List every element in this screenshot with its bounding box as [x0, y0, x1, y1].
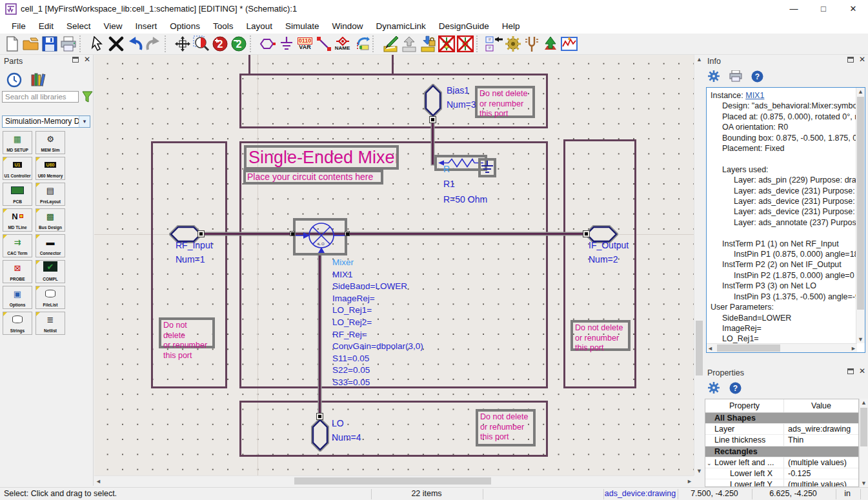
part-strings[interactable]: Strings — [3, 312, 32, 335]
deactivate-component-icon[interactable] — [437, 35, 456, 54]
properties-vscrollbar[interactable]: ▲ ▼ — [859, 399, 868, 487]
expander-icon[interactable]: ⌄ — [707, 458, 714, 468]
part-compl[interactable]: ✔COMPL — [35, 260, 65, 283]
scroll-right-icon[interactable]: ► — [687, 478, 692, 485]
save-icon[interactable] — [40, 35, 59, 54]
tune-icon[interactable] — [522, 35, 541, 54]
lo-pin[interactable] — [316, 413, 323, 420]
deactivate-part-icon[interactable] — [399, 35, 418, 54]
print-icon[interactable] — [59, 35, 77, 54]
hscroll-thumb[interactable] — [294, 477, 491, 485]
push-pop-hierarchy-icon[interactable] — [485, 35, 503, 54]
insert-net-name-icon[interactable]: NAME — [333, 35, 352, 54]
menu-simulate[interactable]: Simulate — [279, 19, 326, 33]
canvas-hscrollbar[interactable]: ◄ ► — [94, 475, 694, 486]
data-display-icon[interactable] — [560, 35, 578, 54]
if-pin[interactable] — [583, 230, 590, 237]
info-vscrollbar[interactable]: ▲ ▼ — [856, 88, 865, 343]
info-content[interactable]: Instance: MIX1 Design: "ads_behavioral:M… — [706, 87, 865, 353]
undo-icon[interactable] — [125, 35, 144, 54]
property-row[interactable]: Lower left Y(multiple values) — [705, 479, 858, 487]
insert-var-icon[interactable]: 0110 VAR — [296, 35, 314, 54]
scroll-down-icon[interactable]: ▼ — [860, 480, 868, 486]
warning-text-left[interactable]: Do not deleteor renumberthis port — [159, 317, 215, 348]
property-row[interactable]: Lower left X-0.125 — [705, 468, 858, 479]
simulation-settings-gear-icon[interactable] — [503, 35, 522, 54]
redo-icon[interactable] — [144, 35, 163, 54]
delete-icon[interactable] — [106, 35, 125, 54]
info-hscrollbar[interactable]: ◄ ► — [707, 343, 857, 352]
port-bias1[interactable] — [424, 84, 442, 117]
menu-view[interactable]: View — [97, 19, 129, 33]
scroll-left-icon[interactable]: ◄ — [707, 345, 713, 352]
menu-help[interactable]: Help — [496, 19, 527, 33]
scroll-up-icon[interactable]: ▲ — [856, 88, 865, 95]
part-mem-sim[interactable]: ⚙MEM Sim — [35, 131, 65, 154]
info-vscroll-thumb[interactable] — [857, 97, 864, 310]
insert-wire-icon[interactable] — [314, 35, 333, 54]
insert-ground-icon[interactable] — [277, 35, 296, 54]
part-connector[interactable]: ▬Connector — [35, 234, 65, 257]
recent-parts-clock-icon[interactable] — [6, 72, 22, 88]
minimize-button[interactable]: — — [779, 0, 809, 18]
bias-pin[interactable] — [429, 116, 436, 123]
menu-designguide[interactable]: DesignGuide — [432, 19, 496, 33]
warning-text-right[interactable]: Do not deleteor renumberthis port — [570, 320, 631, 351]
warning-text-top[interactable]: Do not deleteor renumberthis port — [475, 86, 535, 118]
instance-link[interactable]: MIX1 — [745, 91, 764, 100]
scroll-down-icon[interactable]: ▼ — [856, 336, 865, 343]
status-current-layer[interactable]: ads_device:drawing — [603, 489, 677, 498]
menu-insert[interactable]: Insert — [129, 19, 164, 33]
scroll-left-icon[interactable]: ◄ — [96, 478, 101, 485]
part-options[interactable]: ▣Options — [3, 286, 32, 309]
float-panel-icon[interactable] — [72, 57, 79, 63]
info-settings-gear-icon[interactable] — [707, 70, 720, 83]
part-pcb[interactable]: PCB — [3, 183, 32, 206]
schematic-title-text[interactable]: Single-Ended Mixer — [244, 145, 399, 170]
scroll-up-icon[interactable]: ▲ — [694, 56, 704, 63]
part-cac-term[interactable]: ⇉CAC Term — [3, 234, 32, 257]
close-panel-icon[interactable]: ✕ — [859, 57, 865, 63]
property-row[interactable]: Line thicknessThin — [705, 435, 858, 446]
maximize-button[interactable]: □ — [809, 0, 838, 18]
deactivate-short-icon[interactable] — [456, 35, 474, 54]
menu-window[interactable]: Window — [325, 19, 369, 33]
scroll-down-icon[interactable]: ▼ — [694, 468, 704, 474]
print-info-icon[interactable] — [729, 70, 742, 82]
library-browser-icon[interactable] — [30, 72, 46, 88]
menu-file[interactable]: File — [5, 19, 32, 33]
part-netlist[interactable]: ≣Netlist — [35, 312, 65, 335]
property-row[interactable]: Layerads_wire:drawing — [705, 424, 858, 435]
close-panel-icon[interactable]: ✕ — [859, 368, 865, 374]
new-file-icon[interactable] — [3, 35, 21, 54]
deactivate-lock-icon[interactable] — [418, 35, 437, 54]
help-icon[interactable]: ? — [729, 382, 742, 394]
part-bus-design[interactable]: ▩Bus Design — [35, 208, 65, 232]
menu-select[interactable]: Select — [60, 19, 97, 33]
part-u1-controller[interactable]: U1U1 Controller — [3, 157, 32, 180]
menu-edit[interactable]: Edit — [32, 19, 60, 33]
activate-part-icon[interactable] — [381, 35, 399, 54]
properties-settings-gear-icon[interactable] — [707, 381, 720, 394]
open-folder-icon[interactable] — [21, 35, 40, 54]
insert-pin-icon[interactable] — [258, 35, 277, 54]
rf-to-if-wire[interactable] — [201, 233, 587, 235]
float-panel-icon[interactable] — [847, 57, 854, 63]
scroll-up-icon[interactable]: ▲ — [860, 399, 868, 406]
close-panel-icon[interactable]: ✕ — [84, 57, 90, 63]
palette-select[interactable]: Simulation-Memory D ▾ — [2, 115, 90, 128]
canvas-vscrollbar[interactable]: ▲ ▼ — [694, 55, 703, 475]
pan-view-icon[interactable] — [173, 35, 192, 54]
zoom-in-icon[interactable]: 2 — [210, 35, 229, 54]
info-hscroll-thumb[interactable] — [717, 345, 780, 352]
schematic-canvas[interactable]: Bias1Num=3 Do not deleteor renumberthis … — [94, 55, 694, 475]
menu-layout[interactable]: Layout — [239, 19, 279, 33]
lo-wire[interactable] — [319, 254, 321, 417]
zoom-area-icon[interactable] — [192, 35, 210, 54]
property-row[interactable]: ⌄Lower left and ...(multiple values) — [705, 457, 858, 468]
part-prelayout[interactable]: ▤PreLayout — [35, 183, 65, 206]
menu-dynamiclink[interactable]: DynamicLink — [370, 19, 432, 33]
section-row[interactable]: Rectangles — [705, 446, 858, 457]
zoom-out-icon[interactable]: 2 — [229, 35, 248, 54]
part-probe[interactable]: ⊠PROBE — [3, 260, 32, 283]
